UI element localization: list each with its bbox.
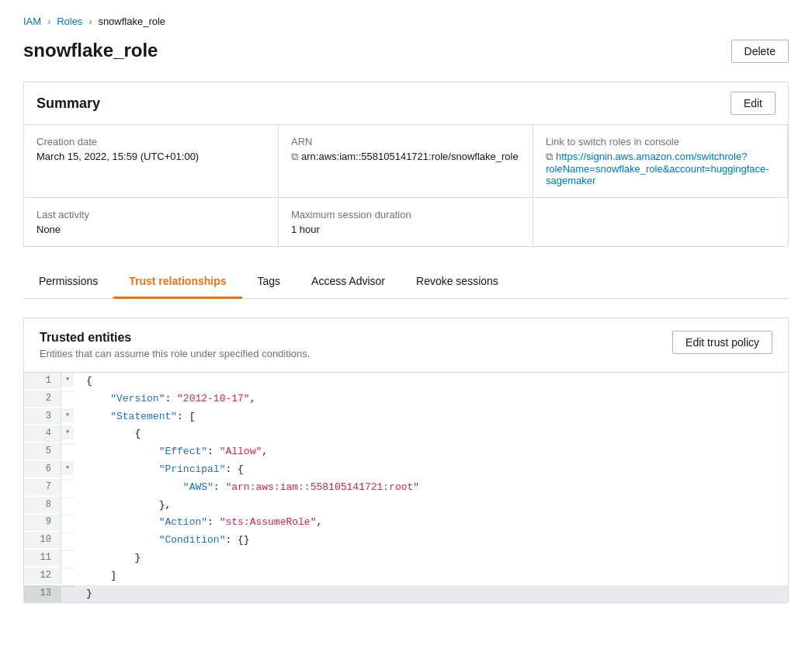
- toggle-3[interactable]: ▾: [61, 408, 74, 422]
- line-num-4: 4: [24, 425, 61, 442]
- toggle-6[interactable]: ▾: [61, 461, 74, 475]
- summary-last-activity-value: None: [36, 224, 265, 235]
- summary-creation-date-value: March 15, 2022, 15:59 (UTC+01:00): [36, 151, 265, 162]
- summary-arn-label: ARN: [291, 136, 520, 148]
- code-line-8: 8 },: [24, 497, 788, 515]
- tab-revoke-sessions[interactable]: Revoke sessions: [401, 266, 514, 299]
- line-content-13: }: [74, 585, 788, 603]
- code-line-7: 7 "AWS": "arn:aws:iam::558105141721:root…: [24, 479, 788, 497]
- toggle-7: [61, 479, 74, 481]
- line-content-7: "AWS": "arn:aws:iam::558105141721:root": [74, 479, 788, 497]
- toggle-2: [61, 390, 74, 392]
- line-content-3: "Statement": [: [74, 408, 788, 426]
- edit-button[interactable]: Edit: [730, 92, 776, 115]
- summary-empty: [533, 198, 788, 246]
- switch-roles-link[interactable]: https://signin.aws.amazon.com/switchrole…: [546, 151, 769, 186]
- summary-arn-value: ⧉arn:aws:iam::558105141721:role/snowflak…: [291, 151, 520, 163]
- trusted-entities-header: Trusted entities Entities that can assum…: [24, 318, 788, 373]
- line-content-11: }: [74, 550, 788, 567]
- summary-last-activity-label: Last activity: [36, 209, 265, 220]
- code-line-2: 2 "Version": "2012-10-17",: [24, 390, 788, 408]
- summary-last-activity: Last activity None: [24, 198, 279, 246]
- code-line-13: 13 }: [24, 585, 788, 603]
- breadcrumb-iam[interactable]: IAM: [23, 16, 41, 27]
- summary-creation-date-label: Creation date: [36, 136, 265, 148]
- breadcrumb-sep-1: ›: [47, 16, 50, 27]
- line-num-13: 13: [24, 585, 61, 602]
- toggle-5: [61, 443, 74, 445]
- summary-section: Summary Edit Creation date March 15, 202…: [23, 82, 789, 247]
- line-num-11: 11: [24, 550, 61, 566]
- code-line-4: 4 ▾ {: [24, 425, 788, 443]
- tabs-container: Permissions Trust relationships Tags Acc…: [23, 266, 789, 299]
- tab-trust-relationships[interactable]: Trust relationships: [113, 266, 241, 299]
- trust-policy-code: 1 ▾ { 2 "Version": "2012-10-17", 3 ▾ "St…: [24, 373, 788, 602]
- tab-tags[interactable]: Tags: [242, 266, 297, 299]
- tab-permissions[interactable]: Permissions: [23, 266, 113, 299]
- line-num-1: 1: [24, 373, 61, 389]
- toggle-13: [61, 585, 74, 587]
- line-num-8: 8: [24, 497, 61, 513]
- line-content-9: "Action": "sts:AssumeRole",: [74, 514, 788, 532]
- summary-title: Summary: [36, 95, 100, 112]
- line-content-5: "Effect": "Allow",: [74, 443, 788, 461]
- summary-session-duration: Maximum session duration 1 hour: [279, 198, 533, 246]
- line-content-6: "Principal": {: [74, 461, 788, 479]
- code-line-11: 11 }: [24, 550, 788, 567]
- summary-grid: Creation date March 15, 2022, 15:59 (UTC…: [24, 125, 788, 246]
- code-line-10: 10 "Condition": {}: [24, 532, 788, 550]
- breadcrumb-current: snowflake_role: [98, 16, 165, 27]
- copy-icon[interactable]: ⧉: [291, 151, 298, 163]
- toggle-10: [61, 532, 74, 533]
- summary-session-duration-label: Maximum session duration: [291, 209, 520, 220]
- line-content-10: "Condition": {}: [74, 532, 788, 550]
- code-line-9: 9 "Action": "sts:AssumeRole",: [24, 514, 788, 532]
- toggle-12: [61, 567, 74, 569]
- edit-trust-policy-button[interactable]: Edit trust policy: [672, 331, 772, 354]
- toggle-9: [61, 514, 74, 515]
- summary-arn: ARN ⧉arn:aws:iam::558105141721:role/snow…: [279, 125, 533, 198]
- summary-creation-date: Creation date March 15, 2022, 15:59 (UTC…: [24, 125, 279, 198]
- trusted-entities-subtitle: Entities that can assume this role under…: [40, 348, 310, 359]
- line-num-9: 9: [24, 514, 61, 530]
- toggle-8: [61, 497, 74, 498]
- line-content-4: {: [74, 425, 788, 443]
- toggle-1[interactable]: ▾: [61, 373, 74, 387]
- line-content-12: ]: [74, 567, 788, 585]
- line-num-7: 7: [24, 479, 61, 495]
- trusted-entities-section: Trusted entities Entities that can assum…: [23, 318, 789, 603]
- line-num-6: 6: [24, 461, 61, 477]
- line-num-10: 10: [24, 532, 61, 548]
- tabs-list: Permissions Trust relationships Tags Acc…: [23, 266, 789, 298]
- breadcrumb-roles[interactable]: Roles: [57, 16, 82, 27]
- code-line-12: 12 ]: [24, 567, 788, 585]
- toggle-4[interactable]: ▾: [61, 425, 74, 439]
- breadcrumb-sep-2: ›: [88, 16, 92, 27]
- copy-link-icon[interactable]: ⧉: [546, 151, 553, 163]
- summary-switch-link-value: ⧉https://signin.aws.amazon.com/switchrol…: [546, 151, 775, 186]
- line-content-1: {: [74, 373, 788, 390]
- toggle-11: [61, 550, 74, 551]
- code-line-6: 6 ▾ "Principal": {: [24, 461, 788, 479]
- page-title: snowflake_role: [23, 40, 158, 61]
- delete-button[interactable]: Delete: [731, 40, 789, 63]
- trusted-entities-title: Trusted entities: [40, 331, 310, 345]
- breadcrumb: IAM › Roles › snowflake_role: [23, 16, 789, 27]
- line-num-12: 12: [24, 567, 61, 584]
- line-num-2: 2: [24, 390, 61, 407]
- line-content-2: "Version": "2012-10-17",: [74, 390, 788, 408]
- code-line-1: 1 ▾ {: [24, 373, 788, 390]
- trusted-entities-header-text: Trusted entities Entities that can assum…: [40, 331, 310, 359]
- line-num-3: 3: [24, 408, 61, 425]
- code-line-3: 3 ▾ "Statement": [: [24, 408, 788, 426]
- summary-header: Summary Edit: [24, 82, 788, 125]
- page-header: snowflake_role Delete: [23, 40, 789, 63]
- summary-session-duration-value: 1 hour: [291, 224, 520, 235]
- code-line-5: 5 "Effect": "Allow",: [24, 443, 788, 461]
- tab-access-advisor[interactable]: Access Advisor: [296, 266, 401, 299]
- line-content-8: },: [74, 497, 788, 515]
- summary-switch-link: Link to switch roles in console ⧉https:/…: [533, 125, 788, 198]
- line-num-5: 5: [24, 443, 61, 460]
- summary-switch-link-label: Link to switch roles in console: [546, 136, 775, 148]
